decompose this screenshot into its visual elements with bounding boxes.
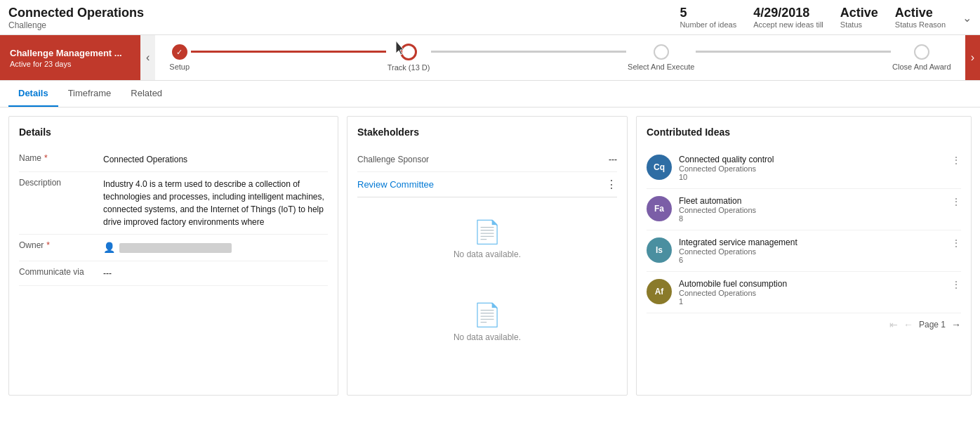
badge-subtitle: Active for 23 days <box>10 60 131 68</box>
page-next-icon[interactable]: → <box>951 319 961 330</box>
sponsor-label: Challenge Sponsor <box>357 155 429 164</box>
tabs-bar: Details Timeframe Related <box>0 81 980 107</box>
steps-container: ✓ Setup Track (13 D) Select And Execute <box>169 44 951 72</box>
field-name-label: Name * <box>19 153 103 163</box>
tab-related[interactable]: Related <box>121 81 172 107</box>
idea-subtitle: Connected Operations <box>679 289 944 297</box>
steps-prev-button[interactable]: ‹ <box>140 35 155 80</box>
idea-count: 10 <box>679 173 944 181</box>
step-line-2 <box>431 51 626 53</box>
idea-count: 6 <box>679 256 944 264</box>
stat-status-value: Active <box>840 6 878 20</box>
step-track-label: Track (13 D) <box>388 63 430 72</box>
field-owner-row: Owner * 👤 <box>19 235 328 261</box>
idea-item: FaFleet automationConnected Operations8⋮ <box>647 189 961 230</box>
page-label: Page 1 <box>919 320 946 330</box>
step-close[interactable]: Close And Award <box>892 44 951 71</box>
step-close-label: Close And Award <box>892 63 951 71</box>
stat-date-value: 4/29/2018 <box>753 6 823 20</box>
ideas-panel-title: Contributed Ideas <box>647 126 961 138</box>
step-track-circle <box>400 44 417 60</box>
idea-avatar: Fa <box>647 196 672 221</box>
field-communicate-value: --- <box>103 267 328 280</box>
step-setup[interactable]: ✓ Setup <box>169 44 190 71</box>
field-name-value: Connected Operations <box>103 153 328 166</box>
idea-menu-icon[interactable]: ⋮ <box>951 196 961 207</box>
page-first-icon[interactable]: ⇤ <box>889 319 898 330</box>
step-setup-label: Setup <box>169 63 190 71</box>
idea-count: 8 <box>679 214 944 223</box>
idea-item: AfAutomobile fuel consumptionConnected O… <box>647 272 961 313</box>
idea-info: Fleet automationConnected Operations8 <box>679 196 944 223</box>
field-description-value: Industry 4.0 is a term used to describe … <box>103 178 328 228</box>
idea-subtitle: Connected Operations <box>679 247 944 256</box>
stat-status: Active Status <box>840 6 878 29</box>
review-empty-text: No data available. <box>453 249 521 259</box>
idea-menu-icon[interactable]: ⋮ <box>951 237 961 249</box>
idea-avatar: Cq <box>647 155 672 180</box>
field-communicate-label: Communicate via <box>19 267 103 277</box>
sponsor-empty-state: 📄 No data available. <box>357 280 617 363</box>
field-description-label-text: Description <box>19 178 61 188</box>
header-right: 5 Number of ideas 4/29/2018 Accept new i… <box>680 6 972 29</box>
idea-item: IsIntegrated service managementConnected… <box>647 230 961 272</box>
stakeholders-panel-title: Stakeholders <box>357 126 617 138</box>
stat-ideas: 5 Number of ideas <box>680 6 736 29</box>
step-line-3 <box>696 51 891 53</box>
field-name-required: * <box>44 153 48 163</box>
sponsor-row: Challenge Sponsor --- <box>357 148 617 172</box>
header: Connected Operations Challenge 5 Number … <box>0 0 980 35</box>
idea-avatar: Is <box>647 237 672 263</box>
stat-date-label: Accept new ideas till <box>753 20 823 29</box>
stat-status-reason-label: Status Reason <box>895 20 946 29</box>
ideas-list: CqConnected quality controlConnected Ope… <box>647 148 961 313</box>
stat-status-label: Status <box>840 20 878 29</box>
ideas-footer: ⇤ ← Page 1 → <box>647 313 961 330</box>
tab-details[interactable]: Details <box>8 81 58 107</box>
stakeholders-panel: Stakeholders Challenge Sponsor --- Revie… <box>347 116 628 396</box>
owner-blurred-name <box>119 243 232 253</box>
review-committee-menu-icon[interactable]: ⋮ <box>606 178 617 191</box>
idea-subtitle: Connected Operations <box>679 164 944 173</box>
main-content: Details Name * Connected Operations Desc… <box>0 107 980 404</box>
idea-count: 1 <box>679 297 944 306</box>
field-description-label: Description <box>19 178 103 188</box>
review-empty-state: 📄 No data available. <box>357 197 617 280</box>
field-communicate-label-text: Communicate via <box>19 267 84 277</box>
page-subtitle: Challenge <box>8 20 144 30</box>
idea-avatar: Af <box>647 279 672 304</box>
step-select[interactable]: Select And Execute <box>628 44 694 71</box>
review-committee-label: Review Committee <box>357 179 434 190</box>
challenge-badge[interactable]: Challenge Management ... Active for 23 d… <box>0 35 140 80</box>
step-track[interactable]: Track (13 D) <box>388 44 430 72</box>
stat-date: 4/29/2018 Accept new ideas till <box>753 6 823 29</box>
step-select-circle <box>654 44 669 60</box>
field-description-row: Description Industry 4.0 is a term used … <box>19 172 328 235</box>
idea-info: Integrated service managementConnected O… <box>679 237 944 264</box>
step-setup-circle: ✓ <box>172 44 187 60</box>
step-line-1 <box>191 51 386 53</box>
stat-status-reason: Active Status Reason <box>895 6 946 29</box>
progress-area: Challenge Management ... Active for 23 d… <box>0 35 980 81</box>
idea-menu-icon[interactable]: ⋮ <box>951 279 961 290</box>
idea-title: Connected quality control <box>679 155 944 164</box>
stat-status-reason-value: Active <box>895 6 946 20</box>
ideas-panel: Contributed Ideas CqConnected quality co… <box>636 116 972 396</box>
tab-timeframe[interactable]: Timeframe <box>58 81 121 107</box>
field-communicate-row: Communicate via --- <box>19 261 328 286</box>
field-name-label-text: Name <box>19 153 41 163</box>
page-prev-icon[interactable]: ← <box>903 319 913 330</box>
idea-title: Automobile fuel consumption <box>679 279 944 289</box>
idea-info: Connected quality controlConnected Opera… <box>679 155 944 181</box>
idea-title: Fleet automation <box>679 196 944 206</box>
field-owner-label-text: Owner <box>19 240 44 250</box>
details-panel-title: Details <box>19 126 328 138</box>
field-name-row: Name * Connected Operations <box>19 148 328 172</box>
owner-row: 👤 <box>103 240 328 255</box>
step-select-label: Select And Execute <box>628 63 694 71</box>
idea-menu-icon[interactable]: ⋮ <box>951 155 961 166</box>
review-committee-header: Review Committee ⋮ <box>357 172 617 197</box>
steps-next-button[interactable]: › <box>965 35 980 80</box>
header-expand-icon[interactable]: ⌄ <box>962 6 972 25</box>
field-owner-required: * <box>46 240 50 250</box>
